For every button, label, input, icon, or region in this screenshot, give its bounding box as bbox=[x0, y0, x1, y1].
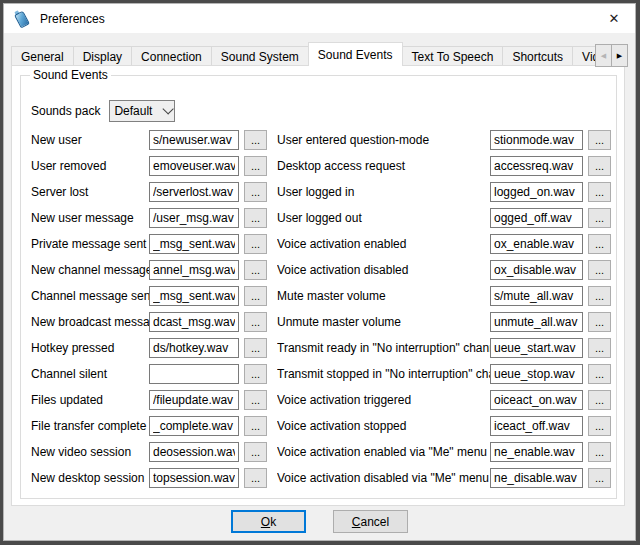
event-label: Voice activation enabled bbox=[277, 237, 490, 251]
event-label: New user message bbox=[31, 211, 149, 225]
sounds-pack-select[interactable]: Default bbox=[109, 100, 175, 122]
browse-button[interactable]: ... bbox=[588, 312, 611, 332]
sound-file-input[interactable] bbox=[490, 156, 583, 176]
browse-button[interactable]: ... bbox=[244, 364, 267, 384]
sounds-pack-value: Default bbox=[114, 104, 152, 118]
tab-general[interactable]: General bbox=[11, 46, 74, 66]
cancel-button[interactable]: Cancel bbox=[333, 510, 408, 533]
event-label: Hotkey pressed bbox=[31, 341, 149, 355]
sound-file-input[interactable] bbox=[149, 416, 239, 436]
event-label: New channel message bbox=[31, 263, 149, 277]
event-label: Mute master volume bbox=[277, 289, 490, 303]
event-label: Transmit stopped in "No interruption" ch… bbox=[277, 367, 490, 381]
preferences-dialog: Preferences ✕ General Display Connection… bbox=[3, 3, 636, 541]
sound-file-input[interactable] bbox=[490, 468, 583, 488]
event-label: Voice activation disabled via "Me" menu bbox=[277, 471, 490, 485]
sound-file-input[interactable] bbox=[490, 390, 583, 410]
table-row: Channel silent ... Transmit stopped in "… bbox=[31, 361, 611, 387]
event-label: Voice activation stopped bbox=[277, 419, 490, 433]
sound-file-input[interactable] bbox=[490, 182, 583, 202]
browse-button[interactable]: ... bbox=[588, 286, 611, 306]
sound-file-input[interactable] bbox=[149, 156, 239, 176]
browse-button[interactable]: ... bbox=[244, 260, 267, 280]
browse-button[interactable]: ... bbox=[244, 234, 267, 254]
sound-file-input[interactable] bbox=[149, 390, 239, 410]
tab-sound-events[interactable]: Sound Events bbox=[308, 42, 403, 66]
table-row: User removed ... Desktop access request … bbox=[31, 153, 611, 179]
sound-file-input[interactable] bbox=[149, 338, 239, 358]
event-label: Desktop access request bbox=[277, 159, 490, 173]
sound-file-input[interactable] bbox=[149, 468, 239, 488]
browse-button[interactable]: ... bbox=[244, 208, 267, 228]
sound-file-input[interactable] bbox=[149, 364, 239, 384]
browse-button[interactable]: ... bbox=[244, 312, 267, 332]
browse-button[interactable]: ... bbox=[588, 442, 611, 462]
sound-events-page: Sound Events Sounds pack Default New use… bbox=[11, 65, 625, 506]
table-row: Server lost ... User logged in ... bbox=[31, 179, 611, 205]
browse-button[interactable]: ... bbox=[244, 182, 267, 202]
event-label: Transmit ready in "No interruption" chan… bbox=[277, 341, 490, 355]
browse-button[interactable]: ... bbox=[588, 468, 611, 488]
browse-button[interactable]: ... bbox=[244, 390, 267, 410]
table-row: File transfer complete ... Voice activat… bbox=[31, 413, 611, 439]
browse-button[interactable]: ... bbox=[588, 416, 611, 436]
tab-shortcuts[interactable]: Shortcuts bbox=[502, 46, 573, 66]
sound-file-input[interactable] bbox=[490, 260, 583, 280]
browse-button[interactable]: ... bbox=[588, 208, 611, 228]
browse-button[interactable]: ... bbox=[244, 338, 267, 358]
table-row: New desktop session ... Voice activation… bbox=[31, 465, 611, 491]
event-label: Voice activation enabled via "Me" menu bbox=[277, 445, 490, 459]
sound-file-input[interactable] bbox=[149, 442, 239, 462]
browse-button[interactable]: ... bbox=[588, 364, 611, 384]
event-label: File transfer complete bbox=[31, 419, 149, 433]
browse-button[interactable]: ... bbox=[244, 156, 267, 176]
tab-scroll-right-icon[interactable]: ▶ bbox=[611, 44, 628, 67]
tab-text-to-speech[interactable]: Text To Speech bbox=[402, 46, 504, 66]
event-label: Voice activation triggered bbox=[277, 393, 490, 407]
event-label: Server lost bbox=[31, 185, 149, 199]
sound-file-input[interactable] bbox=[149, 286, 239, 306]
sound-file-input[interactable] bbox=[490, 208, 583, 228]
browse-button[interactable]: ... bbox=[588, 234, 611, 254]
table-row: New user ... User entered question-mode … bbox=[31, 127, 611, 153]
tab-display[interactable]: Display bbox=[73, 46, 132, 66]
sound-file-input[interactable] bbox=[149, 234, 239, 254]
browse-button[interactable]: ... bbox=[588, 260, 611, 280]
browse-button[interactable]: ... bbox=[244, 130, 267, 150]
browse-button[interactable]: ... bbox=[588, 156, 611, 176]
sound-file-input[interactable] bbox=[490, 364, 583, 384]
ok-button[interactable]: Ok bbox=[231, 510, 306, 533]
event-label: Channel message sent bbox=[31, 289, 149, 303]
browse-button[interactable]: ... bbox=[244, 468, 267, 488]
sound-file-input[interactable] bbox=[149, 208, 239, 228]
browse-button[interactable]: ... bbox=[588, 182, 611, 202]
event-label: User logged out bbox=[277, 211, 490, 225]
sound-file-input[interactable] bbox=[149, 312, 239, 332]
sound-file-input[interactable] bbox=[490, 130, 583, 150]
event-label: Unmute master volume bbox=[277, 315, 490, 329]
tab-scroll-buttons: ◀ ▶ bbox=[596, 44, 628, 67]
browse-button[interactable]: ... bbox=[588, 338, 611, 358]
browse-button[interactable]: ... bbox=[244, 442, 267, 462]
sound-file-input[interactable] bbox=[490, 416, 583, 436]
sound-file-input[interactable] bbox=[490, 234, 583, 254]
browse-button[interactable]: ... bbox=[244, 416, 267, 436]
desktop-background: Preferences ✕ General Display Connection… bbox=[0, 0, 640, 545]
sound-file-input[interactable] bbox=[149, 182, 239, 202]
sound-file-input[interactable] bbox=[149, 260, 239, 280]
close-icon[interactable]: ✕ bbox=[593, 4, 635, 33]
browse-button[interactable]: ... bbox=[244, 286, 267, 306]
tab-scroll-left-icon[interactable]: ◀ bbox=[595, 44, 612, 67]
browse-button[interactable]: ... bbox=[588, 130, 611, 150]
tab-connection[interactable]: Connection bbox=[131, 46, 212, 66]
event-label: Voice activation disabled bbox=[277, 263, 490, 277]
event-label: New desktop session bbox=[31, 471, 149, 485]
tab-sound-system[interactable]: Sound System bbox=[211, 46, 309, 66]
sound-file-input[interactable] bbox=[490, 338, 583, 358]
event-label: Private message sent bbox=[31, 237, 149, 251]
sound-file-input[interactable] bbox=[149, 130, 239, 150]
browse-button[interactable]: ... bbox=[588, 390, 611, 410]
sound-file-input[interactable] bbox=[490, 442, 583, 462]
sound-file-input[interactable] bbox=[490, 312, 583, 332]
sound-file-input[interactable] bbox=[490, 286, 583, 306]
